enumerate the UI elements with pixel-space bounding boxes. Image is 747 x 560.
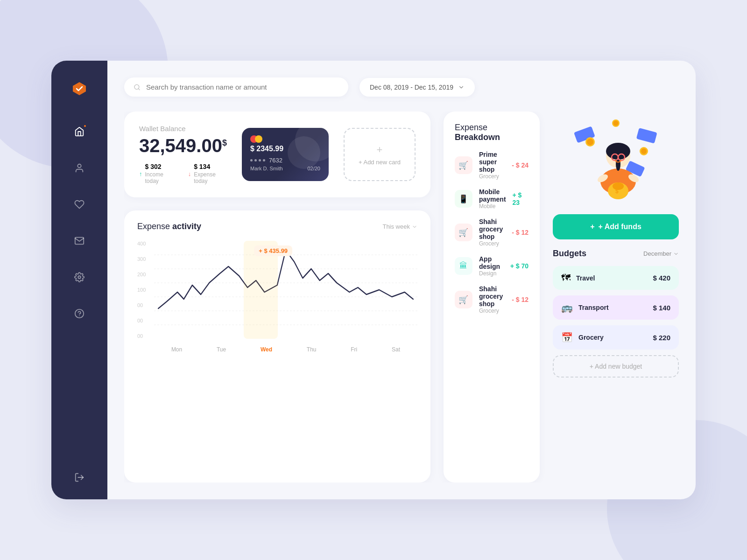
- day-mon: Mon: [171, 346, 182, 353]
- chevron-down-icon: [412, 224, 417, 230]
- sidebar-item-settings[interactable]: [70, 268, 89, 287]
- breakdown-title: Expense Breakdown: [455, 123, 529, 142]
- breakdown-name: App design: [479, 255, 504, 270]
- breakdown-name: Prime super shop: [479, 151, 505, 173]
- day-sat: Sat: [392, 346, 400, 353]
- travel-icon: 🗺: [561, 273, 571, 283]
- breakdown-item: 🛒 Shahi grocery shop Grocery - $ 12: [455, 218, 529, 247]
- breakdown-name: Mobile payment: [479, 188, 506, 203]
- breakdown-category: Design: [479, 270, 504, 277]
- breakdown-category: Grocery: [479, 173, 505, 180]
- expense-arrow-icon: ↓: [188, 170, 191, 177]
- breakdown-item: 📱 Mobile payment Mobile + $ 23: [455, 188, 529, 210]
- breakdown-amount: - $ 12: [512, 229, 529, 236]
- search-box[interactable]: [124, 77, 348, 97]
- svg-point-0: [78, 164, 81, 168]
- left-column: Wallet Balance 32,549.00$ ↑ $ 302 Income…: [124, 112, 430, 483]
- search-icon: [134, 84, 141, 91]
- content-area: Dec 08, 2019 - Dec 15, 2019 Wallet Balan…: [107, 61, 696, 499]
- budget-item-transport: 🚌 Transport $ 140: [553, 295, 679, 320]
- budget-item-grocery: 📅 Grocery $ 220: [553, 325, 679, 350]
- day-wed: Wed: [261, 346, 272, 353]
- breakdown-icon-grocery3: 🛒: [455, 291, 472, 308]
- wallet-section: Wallet Balance 32,549.00$ ↑ $ 302 Income…: [124, 112, 430, 197]
- chart-area: 400300200100000000 + $ 435.99: [137, 241, 417, 353]
- svg-point-20: [641, 148, 647, 154]
- add-funds-button[interactable]: + + Add funds: [553, 214, 679, 239]
- add-card-button[interactable]: + + Add new card: [344, 128, 416, 181]
- breakdown-name: Shahi grocery shop: [479, 285, 505, 308]
- svg-rect-15: [636, 128, 657, 144]
- transport-icon: 🚌: [561, 302, 573, 313]
- budget-name-transport: Transport: [578, 304, 647, 311]
- illustration-area: $: [553, 112, 679, 205]
- chevron-down-icon: [673, 251, 679, 257]
- breakdown-item: 🏛 App design Design + $ 70: [455, 255, 529, 277]
- breakdown-text: Prime super shop Grocery: [479, 151, 505, 180]
- expense-label: Expense today: [194, 171, 227, 184]
- sidebar-item-home[interactable]: [70, 122, 89, 141]
- card-last-digits: 7632: [269, 157, 282, 164]
- chart-x-labels: Mon Tue Wed Thu Fri Sat: [154, 346, 417, 353]
- sidebar-item-favorites[interactable]: [70, 195, 89, 214]
- svg-point-18: [587, 139, 593, 145]
- breakdown-category: Grocery: [479, 240, 505, 247]
- add-budget-button[interactable]: + Add new budget: [553, 355, 679, 378]
- add-funds-plus-icon: +: [590, 223, 594, 231]
- hero-illustration: $: [569, 114, 662, 203]
- add-budget-label: + Add new budget: [590, 363, 642, 370]
- day-thu: Thu: [307, 346, 317, 353]
- notification-dot: [83, 124, 87, 128]
- breakdown-text: App design Design: [479, 255, 504, 277]
- budget-name-grocery: Grocery: [578, 334, 647, 341]
- breakdown-amount: + $ 70: [510, 262, 529, 270]
- income-value: $ 302: [145, 163, 175, 170]
- svg-point-1: [78, 276, 81, 279]
- svg-line-6: [138, 88, 140, 90]
- breakdown-text: Shahi grocery shop Grocery: [479, 218, 505, 247]
- main-body: Wallet Balance 32,549.00$ ↑ $ 302 Income…: [124, 112, 679, 483]
- logout-button[interactable]: [74, 461, 85, 483]
- breakdown-text: Shahi grocery shop Grocery: [479, 285, 505, 314]
- sidebar-item-mail[interactable]: [70, 231, 89, 250]
- breakdown-icon-mobile: 📱: [455, 190, 472, 208]
- sidebar-item-help[interactable]: [70, 304, 89, 323]
- chart-y-labels: 400300200100000000: [137, 241, 152, 339]
- budget-name-travel: Travel: [576, 274, 647, 282]
- main-card: Dec 08, 2019 - Dec 15, 2019 Wallet Balan…: [51, 61, 696, 499]
- breakdown-category: Grocery: [479, 308, 505, 314]
- chart-title: Expense activity: [137, 222, 201, 231]
- income-label: Income today: [145, 171, 175, 184]
- breakdown-section: Expense Breakdown 🛒 Prime super shop Gro…: [444, 112, 540, 483]
- budgets-section: Budgets December 🗺 Travel: [553, 249, 679, 483]
- sidebar-item-profile[interactable]: [70, 159, 89, 177]
- chart-period-selector[interactable]: This week: [382, 223, 417, 230]
- sidebar: [51, 61, 107, 499]
- search-input[interactable]: [146, 83, 339, 91]
- wallet-stats: ↑ $ 302 Income today ↓ $ 134 Ex: [139, 163, 227, 184]
- day-fri: Fri: [351, 346, 357, 353]
- budget-item-travel: 🗺 Travel $ 420: [553, 266, 679, 290]
- expense-value: $ 134: [194, 163, 227, 170]
- budget-amount-grocery: $ 220: [653, 334, 670, 342]
- income-arrow-icon: ↑: [139, 170, 142, 177]
- add-card-label: + Add new card: [359, 159, 401, 166]
- add-funds-label: + Add funds: [599, 223, 641, 231]
- sidebar-nav: [70, 122, 89, 461]
- budget-amount-travel: $ 420: [653, 274, 670, 282]
- budgets-header: Budgets December: [553, 249, 679, 259]
- day-tue: Tue: [217, 346, 226, 353]
- chart-header: Expense activity This week: [137, 222, 417, 231]
- budgets-title: Budgets: [553, 249, 586, 259]
- breakdown-item: 🛒 Prime super shop Grocery - $ 24: [455, 151, 529, 180]
- budgets-month-selector[interactable]: December: [643, 250, 679, 257]
- date-range-text: Dec 08, 2019 - Dec 15, 2019: [370, 84, 453, 91]
- wallet-balance: 32,549.00$: [139, 135, 227, 156]
- income-stat: ↑ $ 302 Income today: [139, 163, 175, 184]
- app-logo: [68, 77, 91, 100]
- breakdown-amount: - $ 24: [512, 161, 529, 169]
- breakdown-list: 🛒 Prime super shop Grocery - $ 24 📱 M: [455, 151, 529, 314]
- chart-section: Expense activity This week 4003002001000…: [124, 210, 430, 483]
- date-picker[interactable]: Dec 08, 2019 - Dec 15, 2019: [359, 78, 475, 97]
- card-name: Mark D. Smith: [250, 166, 283, 171]
